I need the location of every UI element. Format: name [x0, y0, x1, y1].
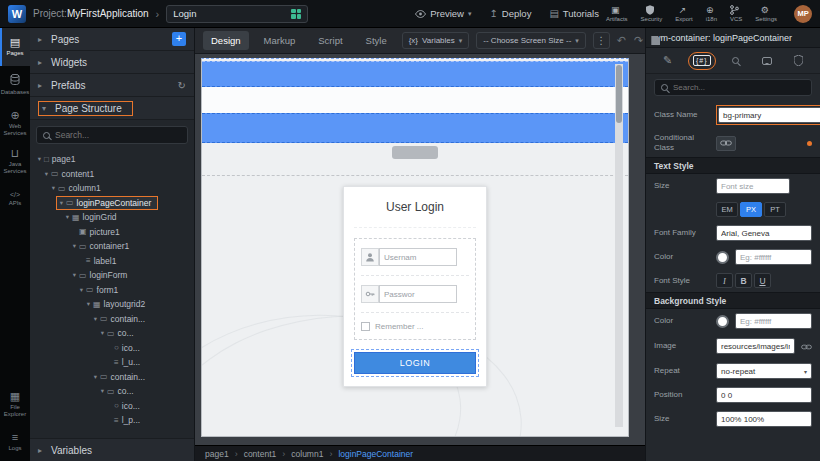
font-family-input[interactable] — [716, 225, 812, 241]
tree-node-container[interactable]: ▾▭contain... — [30, 312, 194, 327]
login-button[interactable]: LOGIN — [354, 352, 476, 374]
rail-item-file-explorer[interactable]: ▦ File Explorer — [0, 385, 30, 423]
settings-button[interactable]: ⚙ Settings — [755, 5, 777, 22]
artifacts-button[interactable]: ▣ Artifacts — [606, 5, 628, 22]
section-widgets[interactable]: ▸ Widgets — [30, 51, 194, 74]
unit-px-button[interactable]: PX — [740, 202, 762, 217]
caret-down-icon[interactable]: ▾ — [49, 184, 58, 192]
refresh-icon[interactable]: ↻ — [178, 80, 186, 91]
caret-down-icon[interactable]: ▾ — [98, 329, 107, 337]
screen-size-dropdown[interactable]: -- Choose Screen Size -- ▾ — [476, 32, 586, 49]
color-swatch[interactable] — [716, 251, 729, 264]
background-repeat-select[interactable]: no-repeat ▾ — [716, 363, 812, 379]
tree-node-form1[interactable]: ▾▭form1 — [30, 283, 194, 298]
header-bar-1[interactable] — [202, 61, 628, 87]
variables-dropdown[interactable]: {x} Variables ▾ — [402, 32, 470, 49]
redo-icon[interactable]: ↷ — [634, 34, 643, 47]
password-input[interactable] — [379, 285, 457, 303]
tree-node-page1[interactable]: ▾□page1 — [30, 152, 194, 167]
unit-pt-button[interactable]: PT — [764, 202, 786, 217]
tab-security[interactable] — [787, 52, 809, 70]
export-button[interactable]: ↗ Export — [675, 5, 692, 22]
page-selector[interactable]: Login — [166, 5, 308, 23]
caret-down-icon[interactable]: ▾ — [63, 213, 72, 221]
color-swatch[interactable] — [716, 315, 729, 328]
tree-node-label-password[interactable]: ≡l_p... — [30, 413, 194, 428]
canvas-scrollbar[interactable] — [615, 64, 623, 427]
remember-checkbox[interactable] — [361, 322, 370, 331]
security-button[interactable]: Security — [641, 5, 663, 22]
user-avatar[interactable]: MP — [794, 5, 812, 23]
font-size-input[interactable] — [716, 178, 790, 194]
inspector-search-input[interactable] — [673, 83, 805, 92]
tab-style[interactable]: Style — [358, 31, 395, 50]
tab-events[interactable] — [756, 52, 778, 70]
caret-down-icon[interactable]: ▾ — [42, 170, 51, 178]
italic-button[interactable]: I — [716, 273, 733, 288]
section-page-structure[interactable]: ▾ Page Structure — [30, 97, 194, 120]
section-pages[interactable]: ▸ Pages + — [30, 28, 194, 51]
tree-node-label-username[interactable]: ≡l_u... — [30, 355, 194, 370]
preview-button[interactable]: Preview ▾ — [415, 8, 471, 19]
caret-down-icon[interactable]: ▾ — [98, 387, 107, 395]
tree-node-container[interactable]: ▾▭contain... — [30, 370, 194, 385]
tab-styles[interactable]: {#} — [688, 52, 716, 70]
rail-item-apis[interactable]: </> APIs — [0, 180, 30, 218]
i18n-button[interactable]: ⊕ i18n — [706, 5, 717, 22]
tab-design[interactable]: Design — [203, 31, 249, 50]
add-page-button[interactable]: + — [172, 32, 186, 46]
tree-node-picture1[interactable]: ▣picture1 — [30, 225, 194, 240]
bind-image-button[interactable] — [801, 337, 812, 355]
username-input[interactable] — [379, 248, 457, 266]
section-variables[interactable]: ▸ Variables — [30, 438, 194, 461]
breadcrumb-item-current[interactable]: loginPageContainer — [338, 449, 413, 459]
rail-item-logs[interactable]: ≡ Logs — [0, 423, 30, 461]
caret-down-icon[interactable]: ▾ — [35, 155, 44, 163]
background-size-input[interactable] — [716, 411, 812, 427]
class-name-input[interactable] — [718, 107, 820, 123]
undo-icon[interactable]: ↶ — [617, 34, 626, 47]
tree-node-icon[interactable]: ○ico... — [30, 341, 194, 356]
rail-item-databases[interactable]: Databases — [0, 66, 30, 104]
wavemaker-logo[interactable]: W — [8, 5, 26, 23]
page-canvas[interactable]: User Login — [201, 58, 629, 437]
background-color-input[interactable] — [735, 313, 812, 329]
more-options-button[interactable]: ⋮ — [593, 32, 610, 49]
tree-node-column[interactable]: ▾▭co... — [30, 384, 194, 399]
tab-properties[interactable]: ✎ — [657, 52, 679, 70]
tree-node-column[interactable]: ▾▭co... — [30, 326, 194, 341]
tree-node-loginform[interactable]: ▾▭loginForm — [30, 268, 194, 283]
bind-conditional-class-button[interactable] — [716, 136, 736, 151]
login-form[interactable]: Remember ... — [354, 238, 476, 340]
background-position-input[interactable] — [716, 387, 812, 403]
text-color-input[interactable] — [735, 249, 812, 265]
unit-em-button[interactable]: EM — [716, 202, 738, 217]
bold-button[interactable]: B — [735, 273, 752, 288]
breadcrumb-item[interactable]: page1 — [205, 449, 229, 459]
tab-markup[interactable]: Markup — [256, 31, 304, 50]
breadcrumb-item[interactable]: column1 — [291, 449, 323, 459]
caret-down-icon[interactable]: ▾ — [84, 300, 93, 308]
caret-down-icon[interactable]: ▾ — [70, 271, 79, 279]
tree-node-layoutgrid2[interactable]: ▾▦layoutgrid2 — [30, 297, 194, 312]
tutorials-button[interactable]: ▤ Tutorials — [549, 8, 599, 19]
section-prefabs[interactable]: ▸ Prefabs ↻ — [30, 74, 194, 97]
tree-node-icon[interactable]: ○ico... — [30, 399, 194, 414]
tree-node-loginpagecontainer[interactable]: ▾▭loginPageContainer — [30, 196, 194, 211]
tree-node-container1[interactable]: ▾▭container1 — [30, 239, 194, 254]
scrollbar-thumb[interactable] — [616, 65, 622, 123]
rail-item-java-services[interactable]: ⊔ Java Services — [0, 142, 30, 180]
underline-button[interactable]: U — [754, 273, 771, 288]
header-bar-2[interactable] — [202, 113, 628, 143]
rail-item-pages[interactable]: ▤ Pages — [0, 28, 30, 66]
deploy-button[interactable]: ↥ Deploy — [489, 8, 531, 19]
tab-search[interactable] — [725, 52, 747, 70]
tree-node-logingrid[interactable]: ▾▦loginGrid — [30, 210, 194, 225]
caret-down-icon[interactable]: ▾ — [70, 242, 79, 250]
caret-down-icon[interactable]: ▾ — [91, 373, 100, 381]
tree-node-column1[interactable]: ▾▭column1 — [30, 181, 194, 196]
caret-down-icon[interactable]: ▾ — [77, 286, 86, 294]
caret-down-icon[interactable]: ▾ — [57, 199, 66, 207]
tab-script[interactable]: Script — [310, 31, 350, 50]
rail-item-web-services[interactable]: ⊕ Web Services — [0, 104, 30, 142]
